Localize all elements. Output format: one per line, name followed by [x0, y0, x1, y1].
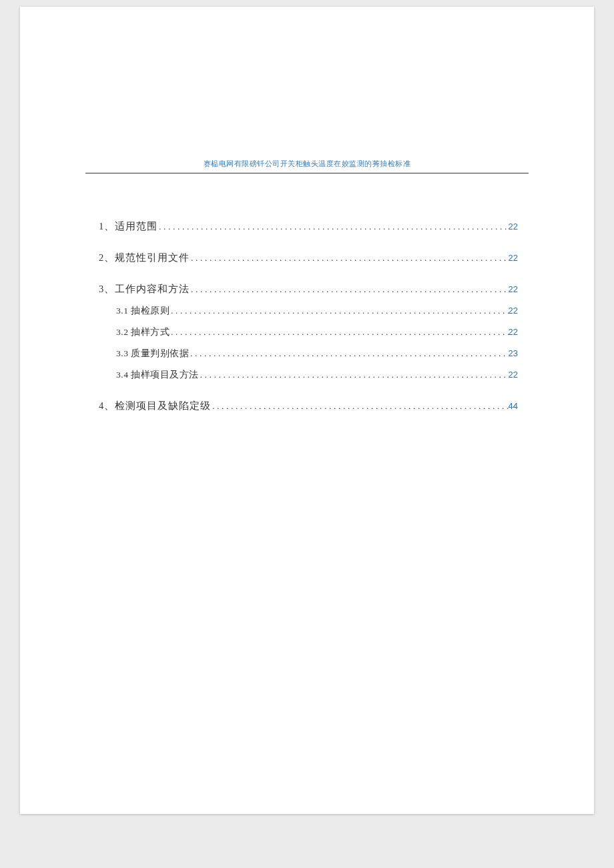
- toc-page-number: 23: [509, 348, 518, 358]
- toc-entry[interactable]: 4、检测项目及缺陷定级 44: [99, 400, 518, 412]
- toc-page-number: 22: [509, 370, 518, 380]
- toc-page-number: 44: [509, 401, 518, 411]
- page-header: 赛榀电网有限磅钎公司开关柜触头温度在姣监测的莠抽检标准: [20, 159, 594, 173]
- toc-label: 3.3 质量判别依据: [116, 348, 189, 360]
- toc-leader: [199, 370, 509, 380]
- toc-subgroup: 3.1 抽检原则 22 3.2 抽样方式 22 3.3 质量判别依据 23 3.…: [99, 305, 518, 381]
- toc-leader: [211, 402, 508, 412]
- toc-label: 3.1 抽检原则: [116, 305, 170, 317]
- toc-page-number: 22: [509, 253, 518, 263]
- toc-page-number: 22: [509, 327, 518, 337]
- toc-label: 3.2 抽样方式: [116, 326, 170, 338]
- header-rule: [85, 173, 529, 173]
- toc-entry[interactable]: 3、工作内容和方法 22: [99, 283, 518, 296]
- document-page: 赛榀电网有限磅钎公司开关柜触头温度在姣监测的莠抽检标准 1、适用范围 22 2、…: [20, 7, 594, 814]
- toc-label: 2、规范性引用文件: [99, 252, 190, 264]
- toc-leader: [158, 222, 508, 232]
- toc-page-number: 22: [509, 284, 518, 294]
- toc-entry[interactable]: 3.2 抽样方式 22: [99, 326, 518, 338]
- toc-page-number: 22: [509, 306, 518, 316]
- toc-entry[interactable]: 3.4 抽样项目及方法 22: [99, 369, 518, 381]
- toc-leader: [189, 349, 508, 359]
- toc-leader: [170, 306, 508, 316]
- header-title: 赛榀电网有限磅钎公司开关柜触头温度在姣监测的莠抽检标准: [20, 159, 594, 169]
- toc-leader: [170, 328, 508, 338]
- toc-entry[interactable]: 3.1 抽检原则 22: [99, 305, 518, 317]
- table-of-contents: 1、适用范围 22 2、规范性引用文件 22 3、工作内容和方法 22 3.1 …: [99, 220, 518, 412]
- toc-page-number: 22: [509, 222, 518, 232]
- toc-entry[interactable]: 2、规范性引用文件 22: [99, 252, 518, 264]
- toc-entry[interactable]: 1、适用范围 22: [99, 220, 518, 233]
- toc-leader: [190, 254, 508, 264]
- toc-label: 1、适用范围: [99, 220, 158, 233]
- toc-label: 4、检测项目及缺陷定级: [99, 400, 211, 412]
- toc-leader: [190, 285, 508, 295]
- toc-label: 3.4 抽样项目及方法: [116, 369, 199, 381]
- toc-label: 3、工作内容和方法: [99, 283, 190, 296]
- toc-entry[interactable]: 3.3 质量判别依据 23: [99, 348, 518, 360]
